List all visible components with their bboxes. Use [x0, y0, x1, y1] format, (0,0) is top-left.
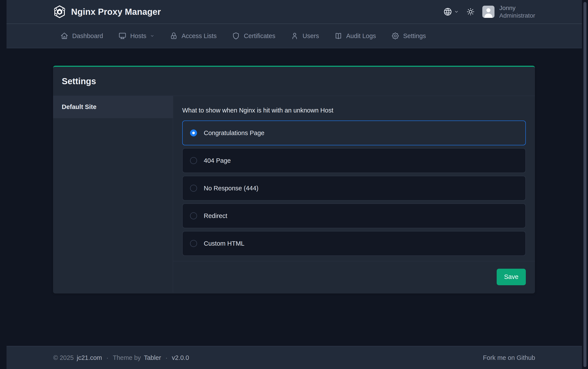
option-redirect[interactable]: Redirect [182, 204, 526, 228]
panel-footer: Save [173, 261, 535, 292]
nav-item-users[interactable]: Users [290, 32, 319, 40]
option-label: 404 Page [204, 157, 231, 164]
option-custom-html[interactable]: Custom HTML [182, 231, 526, 256]
settings-item-default-site[interactable]: Default Site [53, 96, 173, 118]
theme-link[interactable]: Tabler [144, 354, 161, 361]
globe-icon [443, 7, 452, 16]
version-link[interactable]: v2.0.0 [172, 354, 189, 361]
panel-question: What to show when Nginx is hit with an u… [182, 107, 526, 114]
nav-item-audit-logs[interactable]: Audit Logs [334, 32, 376, 40]
user-icon [290, 32, 299, 40]
monitor-icon [118, 32, 127, 40]
settings-card: Settings Default Site What to show when … [53, 66, 535, 294]
default-site-panel: What to show when Nginx is hit with an u… [173, 96, 535, 292]
nav-label: Certificates [244, 32, 275, 40]
page-footer: © 2025 jc21.com · Theme by Tabler · v2.0… [7, 346, 582, 369]
chevron-down-icon [150, 34, 154, 38]
nav-item-certificates[interactable]: Certificates [232, 32, 275, 40]
company-link[interactable]: jc21.com [77, 354, 102, 361]
option-label: Custom HTML [204, 240, 244, 247]
nav-label: Settings [403, 32, 426, 40]
book-icon [334, 32, 342, 40]
separator-dot: · [105, 354, 110, 361]
nav-label: Audit Logs [346, 32, 376, 40]
github-link[interactable]: Fork me on Github [483, 354, 535, 361]
save-button[interactable]: Save [497, 269, 526, 285]
sun-icon [466, 7, 475, 16]
main-content: Settings Default Site What to show when … [0, 48, 588, 346]
page-scrollbar[interactable] [583, 2, 587, 367]
option-label: No Response (444) [204, 185, 258, 192]
default-site-options: Congratulations Page 404 Page No Respons… [182, 121, 526, 256]
nav-label: Users [302, 32, 319, 40]
app-logo-icon [53, 5, 66, 19]
card-header: Settings [53, 67, 535, 96]
lock-icon [169, 32, 178, 40]
user-role: Administrator [499, 12, 535, 19]
nav-label: Hosts [130, 32, 146, 40]
option-label: Redirect [204, 212, 227, 220]
brand: Nginx Proxy Manager [53, 5, 161, 19]
language-menu-button[interactable] [443, 7, 459, 16]
nav-item-access-lists[interactable]: Access Lists [169, 32, 217, 40]
radio-redirect[interactable] [190, 212, 197, 219]
copyright-text: © 2025 [53, 354, 74, 361]
person-icon [482, 6, 495, 18]
chevron-down-icon [454, 9, 459, 14]
top-header-bar: Nginx Proxy Manager [7, 0, 582, 24]
separator-dot: · [164, 354, 169, 361]
main-nav: Dashboard Hosts Access Lists Certificate… [7, 24, 582, 48]
option-no-response[interactable]: No Response (444) [182, 176, 526, 201]
nav-item-hosts[interactable]: Hosts [118, 32, 154, 40]
nav-item-settings[interactable]: Settings [391, 32, 426, 40]
nav-label: Dashboard [72, 32, 103, 40]
radio-404-page[interactable] [190, 157, 197, 164]
radio-no-response[interactable] [190, 185, 197, 192]
app-title: Nginx Proxy Manager [71, 7, 161, 17]
settings-item-label: Default Site [62, 103, 97, 111]
nav-label: Access Lists [182, 32, 217, 40]
settings-sidebar: Default Site [53, 96, 173, 292]
option-label: Congratulations Page [204, 129, 264, 137]
theme-prefix: Theme by [113, 354, 141, 361]
page-title: Settings [62, 76, 96, 86]
theme-toggle-button[interactable] [466, 7, 475, 16]
user-menu[interactable]: Jonny Administrator [482, 4, 535, 19]
home-icon [60, 32, 69, 40]
radio-congratulations-page[interactable] [190, 129, 197, 136]
radio-custom-html[interactable] [190, 240, 197, 247]
option-congratulations-page[interactable]: Congratulations Page [182, 121, 526, 145]
avatar [482, 6, 495, 18]
nav-item-dashboard[interactable]: Dashboard [60, 32, 103, 40]
user-name: Jonny [499, 4, 535, 12]
option-404-page[interactable]: 404 Page [182, 148, 526, 173]
gear-icon [391, 32, 399, 40]
shield-icon [232, 32, 240, 40]
